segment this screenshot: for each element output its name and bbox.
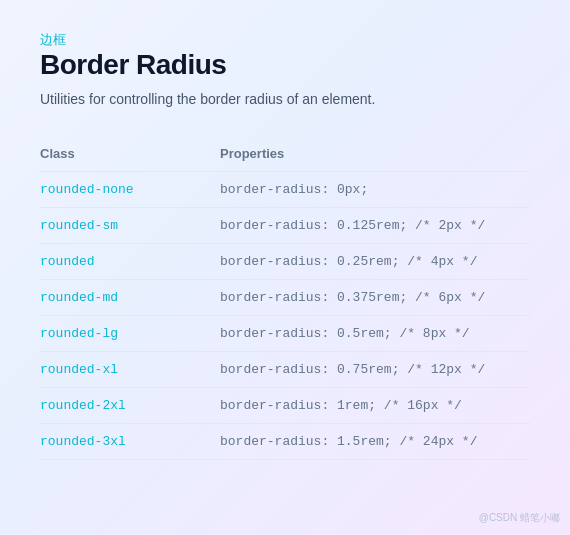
property-cell: border-radius: 1rem; /* 16px */ [220, 388, 530, 424]
table-row: rounded-mdborder-radius: 0.375rem; /* 6p… [40, 280, 530, 316]
class-cell[interactable]: rounded-xl [40, 352, 220, 388]
reference-table: Class Properties rounded-noneborder-radi… [40, 138, 530, 460]
table-row: rounded-noneborder-radius: 0px; [40, 172, 530, 208]
property-cell: border-radius: 0px; [220, 172, 530, 208]
class-cell[interactable]: rounded-lg [40, 316, 220, 352]
class-cell[interactable]: rounded-md [40, 280, 220, 316]
table-row: rounded-xlborder-radius: 0.75rem; /* 12p… [40, 352, 530, 388]
page-description: Utilities for controlling the border rad… [40, 89, 530, 110]
column-header-properties: Properties [220, 138, 530, 172]
table-header-row: Class Properties [40, 138, 530, 172]
table-row: rounded-2xlborder-radius: 1rem; /* 16px … [40, 388, 530, 424]
property-cell: border-radius: 0.5rem; /* 8px */ [220, 316, 530, 352]
property-cell: border-radius: 0.375rem; /* 6px */ [220, 280, 530, 316]
property-cell: border-radius: 0.75rem; /* 12px */ [220, 352, 530, 388]
property-cell: border-radius: 0.25rem; /* 4px */ [220, 244, 530, 280]
page-title: Border Radius [40, 49, 530, 81]
column-header-class: Class [40, 138, 220, 172]
table-row: rounded-smborder-radius: 0.125rem; /* 2p… [40, 208, 530, 244]
class-cell[interactable]: rounded-none [40, 172, 220, 208]
class-cell[interactable]: rounded-3xl [40, 424, 220, 460]
property-cell: border-radius: 0.125rem; /* 2px */ [220, 208, 530, 244]
table-row: rounded-3xlborder-radius: 1.5rem; /* 24p… [40, 424, 530, 460]
table-row: rounded-lgborder-radius: 0.5rem; /* 8px … [40, 316, 530, 352]
breadcrumb[interactable]: 边框 [40, 30, 530, 49]
breadcrumb-label: 边框 [40, 32, 66, 47]
table-row: roundedborder-radius: 0.25rem; /* 4px */ [40, 244, 530, 280]
property-cell: border-radius: 1.5rem; /* 24px */ [220, 424, 530, 460]
class-cell[interactable]: rounded [40, 244, 220, 280]
class-cell[interactable]: rounded-2xl [40, 388, 220, 424]
watermark: @CSDN 蜡笔小嘟 [479, 511, 560, 525]
class-cell[interactable]: rounded-sm [40, 208, 220, 244]
